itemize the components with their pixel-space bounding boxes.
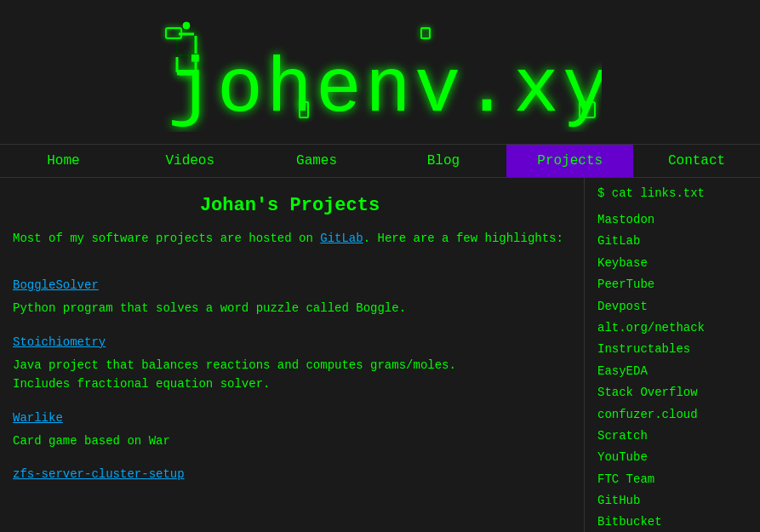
sidebar-link-2[interactable]: Keybase (597, 254, 747, 272)
svg-point-8 (183, 22, 190, 29)
project-warlike: Warlike Card game based on War (13, 411, 567, 450)
sidebar-link-0[interactable]: Mastodon (597, 210, 747, 229)
project-zfs: zfs-server-cluster-setup (13, 467, 567, 488)
sidebar-link-1[interactable]: GitLab (597, 232, 747, 250)
intro-text: Most of my software projects are hosted … (13, 229, 567, 248)
sidebar: $ cat links.txt MastodonGitLabKeybasePee… (584, 178, 760, 532)
project-stoichiometry-desc: Java project that balances reactions and… (13, 356, 567, 394)
project-warlike-desc: Card game based on War (13, 432, 567, 450)
project-stoichiometry: Stoichiometry Java project that balances… (13, 335, 567, 394)
sidebar-link-12[interactable]: FTC Team (597, 470, 747, 489)
nav-home[interactable]: Home (0, 145, 127, 177)
project-bogglesolver-link[interactable]: BoggleSolver (13, 278, 99, 292)
nav-games[interactable]: Games (254, 145, 380, 177)
sidebar-link-13[interactable]: GitHub (597, 491, 747, 510)
main-container: Johan's Projects Most of my software pro… (0, 178, 760, 532)
sidebar-link-4[interactable]: Devpost (597, 297, 747, 316)
project-zfs-link[interactable]: zfs-server-cluster-setup (13, 467, 185, 481)
nav-blog[interactable]: Blog (380, 145, 506, 177)
sidebar-link-7[interactable]: EasyEDA (597, 362, 747, 380)
sidebar-link-14[interactable]: Bitbucket (597, 512, 747, 531)
svg-text:johenv.xyz: johenv.xyz (168, 47, 602, 132)
project-bogglesolver-desc: Python program that solves a word puzzle… (13, 299, 567, 317)
project-warlike-link[interactable]: Warlike (13, 411, 63, 425)
header: .seg { fill: none; stroke: #00ff00; stro… (0, 0, 760, 144)
intro-suffix: . Here are a few highlights: (363, 232, 563, 245)
gitlab-link[interactable]: GitLab (320, 232, 363, 245)
project-bogglesolver: BoggleSolver Python program that solves … (13, 278, 567, 317)
sidebar-links: MastodonGitLabKeybasePeerTubeDevpostalt.… (597, 210, 747, 532)
sidebar-link-5[interactable]: alt.org/nethack (597, 318, 747, 337)
logo-container: .seg { fill: none; stroke: #00ff00; stro… (0, 9, 760, 140)
page-title: Johan's Projects (13, 195, 567, 216)
svg-rect-13 (421, 28, 430, 38)
nav-projects[interactable]: Projects (506, 145, 633, 177)
navbar: Home Videos Games Blog Projects Contact (0, 144, 760, 178)
sidebar-link-8[interactable]: Stack Overflow (597, 383, 747, 402)
project-stoichiometry-link[interactable]: Stoichiometry (13, 335, 106, 349)
sidebar-link-10[interactable]: Scratch (597, 426, 747, 445)
sidebar-link-6[interactable]: Instructables (597, 340, 747, 358)
content-area: Johan's Projects Most of my software pro… (0, 178, 584, 532)
nav-contact[interactable]: Contact (633, 145, 760, 177)
intro-prefix: Most of my software projects are hosted … (13, 232, 320, 245)
logo-svg: .seg { fill: none; stroke: #00ff00; stro… (159, 21, 602, 132)
nav-videos[interactable]: Videos (127, 145, 254, 177)
sidebar-link-3[interactable]: PeerTube (597, 275, 747, 294)
sidebar-link-11[interactable]: YouTube (597, 448, 747, 466)
sidebar-command: $ cat links.txt (597, 186, 747, 200)
sidebar-link-9[interactable]: confuzer.cloud (597, 405, 747, 424)
